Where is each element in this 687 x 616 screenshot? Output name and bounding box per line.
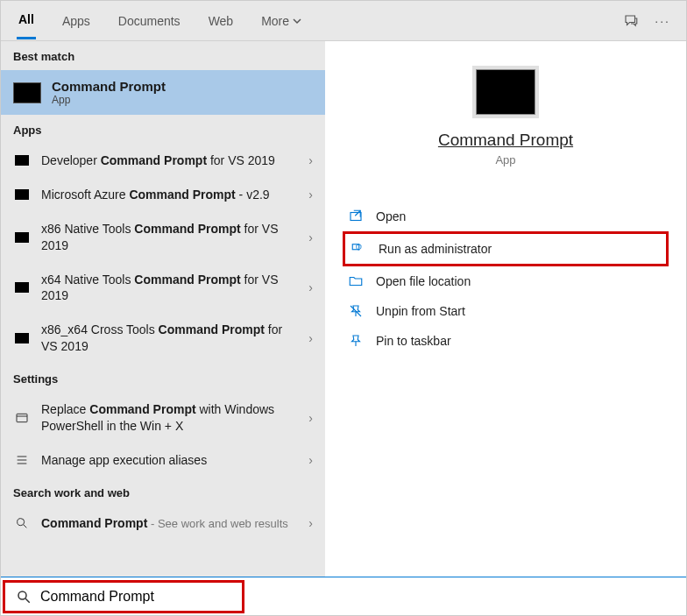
- best-match-title: Command Prompt: [52, 79, 166, 94]
- app-result-text: Developer Command Prompt for VS 2019: [41, 152, 298, 169]
- app-result[interactable]: Microsoft Azure Command Prompt - v2.9 ›: [1, 178, 325, 212]
- app-icon: [15, 155, 29, 166]
- action-label: Pin to taskbar: [376, 334, 451, 348]
- tab-all[interactable]: All: [17, 2, 36, 39]
- tab-documents[interactable]: Documents: [117, 4, 182, 39]
- filter-tabs: All Apps Documents Web More ···: [1, 1, 686, 41]
- app-result[interactable]: x86 Native Tools Command Prompt for VS 2…: [1, 212, 325, 263]
- action-unpin-from-start[interactable]: Unpin from Start: [343, 296, 669, 326]
- app-result-text: Microsoft Azure Command Prompt - v2.9: [41, 187, 298, 203]
- command-prompt-icon: [13, 82, 41, 103]
- svg-line-7: [24, 525, 26, 527]
- app-icon: [15, 189, 29, 200]
- chevron-right-icon[interactable]: ›: [308, 453, 313, 467]
- app-result[interactable]: x64 Native Tools Command Prompt for VS 2…: [1, 263, 325, 314]
- svg-line-14: [25, 598, 30, 603]
- settings-result-text: Replace Command Prompt with Windows Powe…: [41, 401, 298, 435]
- action-run-as-administrator[interactable]: Run as administrator: [343, 231, 669, 266]
- settings-icon: [13, 411, 31, 425]
- svg-rect-0: [17, 414, 27, 421]
- tab-more[interactable]: More: [259, 4, 303, 39]
- detail-panel: Command Prompt App Open Run as administr…: [325, 41, 686, 577]
- action-open[interactable]: Open: [343, 202, 669, 231]
- settings-result[interactable]: Replace Command Prompt with Windows Powe…: [1, 393, 325, 443]
- best-match-result[interactable]: Command Prompt App: [1, 70, 325, 115]
- command-prompt-thumbnail: [476, 69, 535, 115]
- app-icon: [15, 232, 29, 243]
- results-panel: Best match Command Prompt App Apps Devel…: [1, 41, 325, 577]
- chevron-right-icon[interactable]: ›: [308, 153, 313, 167]
- detail-title[interactable]: Command Prompt: [343, 131, 669, 150]
- search-icon: [13, 516, 31, 530]
- chevron-right-icon[interactable]: ›: [308, 230, 313, 244]
- feedback-icon[interactable]: [623, 13, 639, 29]
- app-result-text: x86 Native Tools Command Prompt for VS 2…: [41, 221, 298, 254]
- search-input[interactable]: [40, 589, 231, 605]
- chevron-right-icon[interactable]: ›: [308, 188, 313, 202]
- section-work-web: Search work and web: [1, 478, 325, 506]
- search-icon: [16, 589, 32, 605]
- tab-web[interactable]: Web: [207, 4, 236, 39]
- settings-result[interactable]: Manage app execution aliases ›: [1, 443, 325, 478]
- folder-icon: [348, 273, 364, 289]
- action-label: Run as administrator: [379, 242, 492, 256]
- svg-rect-8: [351, 213, 361, 221]
- chevron-right-icon[interactable]: ›: [308, 331, 313, 345]
- action-label: Open: [376, 209, 406, 223]
- open-icon: [348, 209, 364, 224]
- settings-result-text: Manage app execution aliases: [41, 452, 298, 469]
- app-icon: [15, 282, 29, 293]
- tab-more-label: More: [261, 14, 289, 28]
- chevron-right-icon[interactable]: ›: [308, 280, 313, 294]
- search-bar: [1, 577, 686, 615]
- action-pin-to-taskbar[interactable]: Pin to taskbar: [343, 326, 669, 356]
- app-result-text: x86_x64 Cross Tools Command Prompt for V…: [41, 322, 298, 355]
- svg-point-13: [18, 591, 26, 599]
- section-best-match: Best match: [1, 41, 325, 70]
- app-result[interactable]: x86_x64 Cross Tools Command Prompt for V…: [1, 313, 325, 364]
- app-result[interactable]: Developer Command Prompt for VS 2019 ›: [1, 144, 325, 178]
- more-options-icon[interactable]: ···: [655, 14, 670, 28]
- web-result-text: Command Prompt - See work and web result…: [41, 515, 298, 532]
- tab-apps[interactable]: Apps: [60, 4, 92, 39]
- section-apps: Apps: [1, 115, 325, 144]
- app-result-text: x64 Native Tools Command Prompt for VS 2…: [41, 272, 298, 305]
- action-label: Unpin from Start: [376, 304, 465, 318]
- svg-point-6: [18, 519, 25, 526]
- web-result[interactable]: Command Prompt - See work and web result…: [1, 506, 325, 541]
- unpin-icon: [348, 303, 364, 319]
- chevron-right-icon[interactable]: ›: [308, 516, 313, 530]
- section-settings: Settings: [1, 364, 325, 393]
- chevron-down-icon: [293, 17, 301, 25]
- list-icon: [13, 453, 31, 467]
- svg-rect-9: [352, 244, 359, 250]
- action-open-file-location[interactable]: Open file location: [343, 266, 669, 296]
- app-icon: [15, 333, 29, 343]
- detail-subtitle: App: [343, 153, 669, 166]
- action-label: Open file location: [376, 274, 471, 288]
- best-match-subtitle: App: [52, 94, 166, 106]
- pin-icon: [348, 333, 364, 349]
- shield-icon: [351, 241, 366, 257]
- chevron-right-icon[interactable]: ›: [308, 411, 313, 425]
